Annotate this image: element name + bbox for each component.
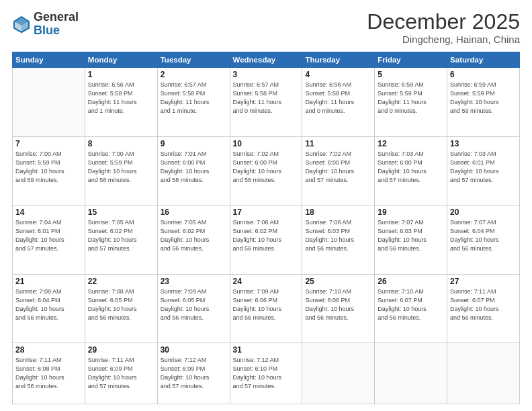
day-number: 31 (233, 345, 300, 355)
day-number: 8 (88, 139, 154, 148)
page: General Blue December 2025 Dingcheng, Ha… (0, 0, 532, 411)
calendar-cell: 27Sunrise: 7:11 AM Sunset: 6:07 PM Dayli… (447, 274, 520, 343)
day-info: Sunrise: 6:57 AM Sunset: 5:58 PM Dayligh… (161, 81, 227, 116)
calendar-cell: 3Sunrise: 6:57 AM Sunset: 5:58 PM Daylig… (230, 68, 302, 137)
calendar-table: SundayMondayTuesdayWednesdayThursdayFrid… (12, 52, 520, 404)
calendar-cell: 26Sunrise: 7:10 AM Sunset: 6:07 PM Dayli… (375, 274, 447, 343)
location: Dingcheng, Hainan, China (367, 34, 520, 45)
calendar-cell: 16Sunrise: 7:05 AM Sunset: 6:02 PM Dayli… (157, 205, 230, 275)
calendar-week-row: 14Sunrise: 7:04 AM Sunset: 6:01 PM Dayli… (13, 205, 520, 275)
day-info: Sunrise: 7:06 AM Sunset: 6:03 PM Dayligh… (305, 218, 371, 253)
calendar-week-row: 1Sunrise: 6:56 AM Sunset: 5:58 PM Daylig… (13, 68, 520, 137)
day-info: Sunrise: 6:56 AM Sunset: 5:58 PM Dayligh… (88, 81, 154, 116)
day-number: 24 (233, 277, 300, 286)
day-info: Sunrise: 6:59 AM Sunset: 5:59 PM Dayligh… (450, 81, 517, 116)
day-number: 4 (305, 70, 371, 79)
day-info: Sunrise: 7:02 AM Sunset: 6:00 PM Dayligh… (233, 150, 300, 185)
day-info: Sunrise: 7:05 AM Sunset: 6:02 PM Dayligh… (161, 218, 227, 253)
calendar-cell: 25Sunrise: 7:10 AM Sunset: 6:06 PM Dayli… (302, 274, 375, 343)
day-info: Sunrise: 7:05 AM Sunset: 6:02 PM Dayligh… (88, 218, 154, 253)
day-number: 25 (305, 277, 371, 286)
calendar-cell: 28Sunrise: 7:11 AM Sunset: 6:08 PM Dayli… (13, 343, 85, 404)
day-number: 12 (378, 139, 444, 148)
calendar-cell: 17Sunrise: 7:06 AM Sunset: 6:02 PM Dayli… (230, 205, 302, 275)
day-info: Sunrise: 7:12 AM Sunset: 6:10 PM Dayligh… (233, 356, 300, 391)
calendar-cell: 29Sunrise: 7:11 AM Sunset: 6:09 PM Dayli… (85, 343, 157, 404)
logo-blue: Blue (34, 24, 60, 37)
day-info: Sunrise: 7:09 AM Sunset: 6:05 PM Dayligh… (161, 287, 227, 322)
day-info: Sunrise: 6:57 AM Sunset: 5:58 PM Dayligh… (233, 81, 300, 116)
day-number: 26 (378, 277, 444, 286)
calendar-cell: 22Sunrise: 7:08 AM Sunset: 6:05 PM Dayli… (85, 274, 157, 343)
calendar-week-row: 28Sunrise: 7:11 AM Sunset: 6:08 PM Dayli… (13, 343, 520, 404)
day-info: Sunrise: 7:08 AM Sunset: 6:04 PM Dayligh… (15, 287, 82, 322)
calendar-cell: 6Sunrise: 6:59 AM Sunset: 5:59 PM Daylig… (447, 68, 520, 137)
day-number: 3 (233, 70, 300, 79)
day-number: 17 (233, 208, 300, 217)
logo-icon (12, 15, 31, 34)
day-info: Sunrise: 7:02 AM Sunset: 6:00 PM Dayligh… (305, 150, 371, 185)
day-info: Sunrise: 7:07 AM Sunset: 6:04 PM Dayligh… (450, 218, 517, 253)
calendar-cell: 20Sunrise: 7:07 AM Sunset: 6:04 PM Dayli… (447, 205, 520, 275)
day-number: 6 (450, 70, 517, 79)
calendar-cell: 19Sunrise: 7:07 AM Sunset: 6:03 PM Dayli… (375, 205, 447, 275)
day-number: 28 (15, 345, 82, 355)
day-number: 27 (450, 277, 517, 286)
calendar-cell (447, 343, 520, 404)
calendar-cell: 30Sunrise: 7:12 AM Sunset: 6:09 PM Dayli… (157, 343, 230, 404)
day-number: 16 (161, 208, 227, 217)
calendar-cell (13, 68, 85, 137)
day-number: 7 (15, 139, 82, 148)
calendar-cell: 10Sunrise: 7:02 AM Sunset: 6:00 PM Dayli… (230, 136, 302, 205)
header: General Blue December 2025 Dingcheng, Ha… (12, 11, 520, 45)
day-info: Sunrise: 7:09 AM Sunset: 6:06 PM Dayligh… (233, 287, 300, 322)
day-info: Sunrise: 7:06 AM Sunset: 6:02 PM Dayligh… (233, 218, 300, 253)
day-info: Sunrise: 7:03 AM Sunset: 6:01 PM Dayligh… (450, 150, 517, 185)
calendar-week-row: 21Sunrise: 7:08 AM Sunset: 6:04 PM Dayli… (13, 274, 520, 343)
weekday-header: Monday (85, 52, 157, 68)
calendar-cell (375, 343, 447, 404)
day-number: 5 (378, 70, 444, 79)
day-number: 23 (161, 277, 227, 286)
day-number: 18 (305, 208, 371, 217)
day-number: 9 (161, 139, 227, 148)
day-info: Sunrise: 7:10 AM Sunset: 6:06 PM Dayligh… (305, 287, 371, 322)
day-number: 21 (15, 277, 82, 286)
weekday-header: Tuesday (157, 52, 230, 68)
calendar-cell: 24Sunrise: 7:09 AM Sunset: 6:06 PM Dayli… (230, 274, 302, 343)
calendar-cell: 7Sunrise: 7:00 AM Sunset: 5:59 PM Daylig… (13, 136, 85, 205)
calendar-cell: 13Sunrise: 7:03 AM Sunset: 6:01 PM Dayli… (447, 136, 520, 205)
day-info: Sunrise: 7:11 AM Sunset: 6:08 PM Dayligh… (15, 356, 82, 391)
calendar-week-row: 7Sunrise: 7:00 AM Sunset: 5:59 PM Daylig… (13, 136, 520, 205)
day-info: Sunrise: 7:00 AM Sunset: 5:59 PM Dayligh… (15, 150, 82, 185)
calendar-cell: 9Sunrise: 7:01 AM Sunset: 6:00 PM Daylig… (157, 136, 230, 205)
calendar-cell (302, 343, 375, 404)
day-number: 30 (161, 345, 227, 355)
weekday-header: Thursday (302, 52, 375, 68)
day-number: 2 (161, 70, 227, 79)
calendar-cell: 5Sunrise: 6:59 AM Sunset: 5:59 PM Daylig… (375, 68, 447, 137)
calendar-cell: 23Sunrise: 7:09 AM Sunset: 6:05 PM Dayli… (157, 274, 230, 343)
day-info: Sunrise: 7:11 AM Sunset: 6:09 PM Dayligh… (88, 356, 154, 391)
calendar-cell: 18Sunrise: 7:06 AM Sunset: 6:03 PM Dayli… (302, 205, 375, 275)
weekday-header: Friday (375, 52, 447, 68)
calendar-cell: 31Sunrise: 7:12 AM Sunset: 6:10 PM Dayli… (230, 343, 302, 404)
logo-general: General (34, 10, 79, 24)
day-number: 1 (88, 70, 154, 79)
day-number: 10 (233, 139, 300, 148)
day-number: 29 (88, 345, 154, 355)
day-info: Sunrise: 7:01 AM Sunset: 6:00 PM Dayligh… (161, 150, 227, 185)
day-info: Sunrise: 7:11 AM Sunset: 6:07 PM Dayligh… (450, 287, 517, 322)
day-info: Sunrise: 7:00 AM Sunset: 5:59 PM Dayligh… (88, 150, 154, 185)
calendar-cell: 1Sunrise: 6:56 AM Sunset: 5:58 PM Daylig… (85, 68, 157, 137)
day-info: Sunrise: 7:10 AM Sunset: 6:07 PM Dayligh… (378, 287, 444, 322)
day-number: 19 (378, 208, 444, 217)
calendar-cell: 11Sunrise: 7:02 AM Sunset: 6:00 PM Dayli… (302, 136, 375, 205)
day-number: 20 (450, 208, 517, 217)
weekday-header: Sunday (13, 52, 85, 68)
day-number: 11 (305, 139, 371, 148)
calendar-cell: 15Sunrise: 7:05 AM Sunset: 6:02 PM Dayli… (85, 205, 157, 275)
weekday-header: Saturday (447, 52, 520, 68)
day-info: Sunrise: 7:04 AM Sunset: 6:01 PM Dayligh… (15, 218, 82, 253)
day-info: Sunrise: 7:07 AM Sunset: 6:03 PM Dayligh… (378, 218, 444, 253)
